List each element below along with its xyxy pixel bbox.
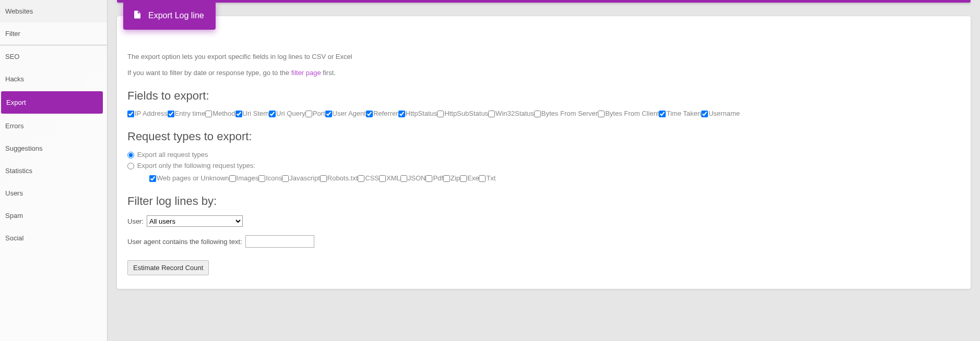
radio-export-all-label[interactable]: Export all request types [137, 151, 208, 159]
field-bytes-from-client[interactable]: Bytes From Client [598, 110, 659, 117]
reqtype-images[interactable]: Images [229, 175, 259, 182]
reqtype-checkbox[interactable] [443, 175, 450, 182]
field-checkbox[interactable] [168, 111, 174, 117]
reqtype-checkbox[interactable] [479, 175, 486, 182]
field-time-taken[interactable]: Time Taken [659, 110, 701, 117]
field-httpsubstatus[interactable]: HttpSubStatus [437, 110, 488, 117]
field-bytes-from-server[interactable]: Bytes From Server [534, 110, 598, 117]
user-filter-row: User: All users [127, 215, 960, 227]
reqtype-checkbox[interactable] [258, 175, 265, 182]
radio-export-only[interactable] [127, 163, 134, 169]
field-port[interactable]: Port [305, 110, 325, 117]
reqtype-javascript[interactable]: Javascript [282, 175, 320, 182]
field-checkbox[interactable] [701, 111, 708, 117]
reqtype-json[interactable]: JSON [400, 175, 426, 182]
field-checkbox[interactable] [598, 111, 605, 117]
card-header: Export Log line [123, 2, 216, 30]
field-checkbox[interactable] [269, 111, 276, 117]
field-uri-query[interactable]: Uri Query [269, 110, 305, 117]
radio-export-only-label[interactable]: Export only the following request types: [137, 162, 255, 169]
reqtype-exe[interactable]: Exe [460, 175, 479, 182]
field-uri-stem[interactable]: Uri Stem [235, 110, 269, 117]
sidebar-item-hacks[interactable]: Hacks [0, 68, 107, 90]
field-checkbox[interactable] [127, 111, 134, 117]
field-win32status[interactable]: Win32Status [488, 110, 534, 117]
reqtype-robots.txt[interactable]: Robots.txt [320, 175, 358, 182]
field-checkbox[interactable] [437, 111, 444, 117]
intro-line1: The export option lets you export specif… [127, 53, 960, 60]
field-checkbox[interactable] [325, 111, 332, 117]
reqtype-css[interactable]: CSS [358, 175, 379, 182]
reqtype-checkbox[interactable] [229, 175, 236, 182]
user-label: User: [127, 217, 144, 225]
file-icon [133, 9, 142, 22]
field-referrer[interactable]: Referrer [366, 110, 398, 117]
sidebar-item-filter[interactable]: Filter [0, 22, 107, 45]
filter-heading: Filter log lines by: [127, 194, 960, 208]
sidebar-item-users[interactable]: Users [0, 182, 107, 204]
reqtype-web-pages-or-unknown[interactable]: Web pages or Unknown [149, 175, 229, 182]
field-checkbox[interactable] [398, 111, 405, 117]
reqtype-txt[interactable]: Txt [479, 175, 495, 182]
ua-input[interactable] [245, 235, 314, 248]
fields-heading: Fields to export: [127, 89, 960, 103]
estimate-button[interactable]: Estimate Record Count [127, 260, 209, 275]
field-entry-time[interactable]: Entry time [168, 110, 206, 117]
reqtype-checkboxes: Web pages or UnknownImagesIconsJavascrip… [149, 175, 960, 182]
ua-label: User agent contains the following text: [127, 238, 242, 246]
reqtype-checkbox[interactable] [282, 175, 289, 182]
reqtype-checkbox[interactable] [426, 175, 432, 182]
field-checkbox[interactable] [366, 111, 373, 117]
reqtype-checkbox[interactable] [358, 175, 364, 182]
sidebar-item-errors[interactable]: Errors [0, 115, 107, 137]
radio-only-row: Export only the following request types: [127, 162, 960, 169]
sidebar-item-websites[interactable]: Websites [0, 0, 107, 22]
card-title: Export Log line [148, 11, 204, 20]
field-user-agent[interactable]: User Agent [325, 110, 366, 117]
reqtype-checkbox[interactable] [320, 175, 327, 182]
field-httpstatus[interactable]: HttpStatus [398, 110, 438, 117]
field-checkbox[interactable] [305, 111, 312, 117]
reqtype-checkbox[interactable] [379, 175, 386, 182]
radio-all-row: Export all request types [127, 151, 960, 159]
ua-filter-row: User agent contains the following text: [127, 235, 960, 248]
field-username[interactable]: Username [701, 110, 740, 117]
sidebar-item-statistics[interactable]: Statistics [0, 160, 107, 182]
sidebar-item-social[interactable]: Social [0, 227, 107, 249]
fields-checkboxes: IP AddressEntry timeMethodUri StemUri Qu… [127, 110, 960, 117]
export-card: Export Log line The export option lets y… [117, 16, 971, 289]
top-banner [117, 0, 971, 3]
sidebar: WebsitesFilterSEOHacksExportErrorsSugges… [0, 0, 108, 341]
reqtype-pdf[interactable]: Pdf [426, 175, 443, 182]
field-checkbox[interactable] [534, 111, 541, 117]
reqtype-checkbox[interactable] [149, 175, 156, 182]
reqtype-checkbox[interactable] [400, 175, 407, 182]
field-checkbox[interactable] [235, 111, 242, 117]
field-checkbox[interactable] [488, 111, 495, 117]
reqtype-xml[interactable]: XML [379, 175, 400, 182]
reqtypes-heading: Request types to export: [127, 130, 960, 143]
sidebar-item-seo[interactable]: SEO [0, 45, 107, 68]
main-content: Export Log line The export option lets y… [108, 0, 980, 341]
intro-line2: If you want to filter by date or respons… [127, 69, 960, 77]
radio-export-all[interactable] [127, 152, 134, 159]
filter-page-link[interactable]: filter page [291, 69, 321, 77]
reqtype-zip[interactable]: Zip [443, 175, 460, 182]
user-select[interactable]: All users [147, 215, 243, 227]
sidebar-item-spam[interactable]: Spam [0, 204, 107, 227]
reqtype-icons[interactable]: Icons [258, 175, 282, 182]
field-checkbox[interactable] [659, 111, 666, 117]
sidebar-item-suggestions[interactable]: Suggestions [0, 137, 107, 160]
field-ip-address[interactable]: IP Address [127, 110, 168, 117]
reqtype-checkbox[interactable] [460, 175, 467, 182]
field-method[interactable]: Method [205, 110, 235, 117]
intro-text: The export option lets you export specif… [127, 53, 960, 77]
field-checkbox[interactable] [205, 111, 212, 117]
sidebar-item-export[interactable]: Export [1, 91, 103, 114]
